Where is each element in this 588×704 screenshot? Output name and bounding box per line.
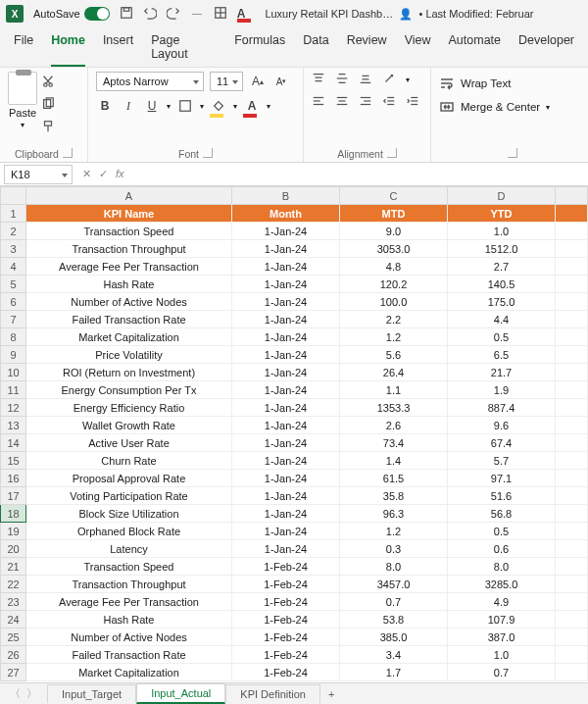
cell[interactable]: 4.9	[448, 593, 556, 611]
cell[interactable]: Transaction Throughput	[26, 240, 232, 258]
cell[interactable]: 100.0	[340, 293, 448, 311]
autosave-toggle[interactable]: AutoSave	[33, 7, 110, 21]
bold-button[interactable]: B	[96, 97, 114, 115]
launcher-icon[interactable]	[63, 148, 73, 158]
cell[interactable]: 6.5	[448, 346, 556, 364]
cell[interactable]: 9.6	[448, 417, 556, 434]
cell[interactable]: 4.4	[448, 311, 556, 328]
cell[interactable]: Latency	[26, 540, 232, 558]
cell[interactable]: 3457.0	[340, 576, 448, 593]
cell[interactable]	[556, 540, 588, 558]
tab-view[interactable]: View	[405, 31, 431, 67]
align-top-icon[interactable]	[312, 72, 325, 88]
cell[interactable]: 2.2	[340, 311, 448, 328]
cell[interactable]: 1-Jan-24	[232, 417, 340, 434]
select-all-corner[interactable]	[1, 187, 26, 205]
decrease-font-icon[interactable]: A▾	[272, 73, 290, 90]
row-header[interactable]: 4	[1, 258, 26, 276]
row-header[interactable]: 12	[1, 399, 26, 417]
col-header-d[interactable]: D	[448, 187, 556, 205]
cell[interactable]: Month	[232, 205, 340, 223]
cell[interactable]: 1-Feb-24	[232, 629, 340, 646]
row-header[interactable]: 10	[1, 364, 26, 381]
align-right-icon[interactable]	[359, 94, 372, 111]
merge-center-button[interactable]: Merge & Center ▾	[439, 99, 580, 115]
launcher-icon[interactable]	[203, 148, 213, 158]
chevron-down-icon[interactable]: ▾	[233, 102, 237, 111]
cell[interactable]: Number of Active Nodes	[26, 293, 232, 311]
row-header[interactable]: 13	[1, 417, 26, 434]
cell[interactable]: KPI Name	[26, 205, 232, 223]
cell[interactable]: 1-Jan-24	[232, 223, 340, 240]
cell[interactable]: Transaction Throughput	[26, 576, 232, 593]
cell[interactable]	[556, 487, 588, 505]
cell[interactable]: 1-Jan-24	[232, 470, 340, 487]
cell[interactable]: Market Capitalization	[26, 328, 232, 346]
cell[interactable]: 1353.3	[340, 399, 448, 417]
row-header[interactable]: 20	[1, 540, 26, 558]
cell[interactable]: 1-Jan-24	[232, 311, 340, 328]
cell[interactable]: 385.0	[340, 629, 448, 646]
cell[interactable]: 120.2	[340, 276, 448, 293]
row-header[interactable]: 15	[1, 452, 26, 470]
cell[interactable]: 5.7	[448, 452, 556, 470]
cell[interactable]: Energy Efficiency Ratio	[26, 399, 232, 417]
cell[interactable]: Transaction Speed	[26, 223, 232, 240]
cell[interactable]: 1.2	[340, 328, 448, 346]
font-color-icon[interactable]: A	[237, 7, 246, 21]
redo-icon[interactable]	[167, 6, 180, 23]
cell[interactable]: 1-Feb-24	[232, 664, 340, 681]
undo-icon[interactable]	[143, 6, 157, 23]
launcher-icon[interactable]	[508, 148, 517, 158]
cell[interactable]	[556, 611, 588, 629]
cell[interactable]: 1-Jan-24	[232, 487, 340, 505]
row-header[interactable]: 8	[1, 328, 26, 346]
sheet-tab-input-target[interactable]: Input_Target	[47, 684, 136, 703]
cell[interactable]: Wallet Growth Rate	[26, 417, 232, 434]
cell[interactable]	[556, 293, 588, 311]
cell[interactable]	[556, 240, 588, 258]
align-center-icon[interactable]	[335, 94, 349, 111]
cell[interactable]: 9.0	[340, 223, 448, 240]
cell[interactable]: 61.5	[340, 470, 448, 487]
copy-icon[interactable]	[41, 97, 55, 114]
row-header[interactable]: 17	[1, 487, 26, 505]
cell[interactable]	[556, 417, 588, 434]
tab-review[interactable]: Review	[347, 31, 387, 67]
cell[interactable]: YTD	[448, 205, 556, 223]
cell[interactable]: Price Volatility	[26, 346, 232, 364]
cell[interactable]: 1-Jan-24	[232, 328, 340, 346]
cell[interactable]	[556, 311, 588, 328]
tab-home[interactable]: Home	[51, 31, 85, 67]
tab-prev-icon[interactable]: 〈	[10, 686, 21, 701]
cell[interactable]: 1-Jan-24	[232, 258, 340, 276]
cell[interactable]: 26.4	[340, 364, 448, 381]
cell[interactable]: Market Capitalization	[26, 664, 232, 681]
align-bottom-icon[interactable]	[359, 72, 372, 88]
cell[interactable]: Failed Transaction Rate	[26, 311, 232, 328]
cell[interactable]: 56.8	[448, 505, 556, 523]
cell[interactable]: 107.9	[448, 611, 556, 629]
cell[interactable]: 3.4	[340, 646, 448, 664]
name-box[interactable]: K18	[4, 165, 73, 184]
cell[interactable]: 96.3	[340, 505, 448, 523]
cell[interactable]: 0.7	[340, 593, 448, 611]
cell[interactable]: 0.5	[448, 328, 556, 346]
underline-button[interactable]: U	[143, 97, 161, 115]
font-name-combo[interactable]: Aptos Narrow	[96, 72, 204, 91]
cell[interactable]	[556, 664, 588, 681]
cell[interactable]: 1-Jan-24	[232, 452, 340, 470]
sheet-tab-kpi-definition[interactable]: KPI Definition	[225, 684, 320, 703]
decrease-indent-icon[interactable]	[382, 94, 396, 111]
row-header[interactable]: 3	[1, 240, 26, 258]
cell[interactable]: Number of Active Nodes	[26, 629, 232, 646]
cell[interactable]	[556, 576, 588, 593]
cell[interactable]: ROI (Return on Investment)	[26, 364, 232, 381]
formula-input[interactable]	[130, 165, 588, 184]
row-header[interactable]: 7	[1, 311, 26, 328]
cell[interactable]: 1-Jan-24	[232, 505, 340, 523]
cell[interactable]: 1-Feb-24	[232, 558, 340, 576]
cell[interactable]	[556, 505, 588, 523]
cell[interactable]: 8.0	[448, 558, 556, 576]
row-header[interactable]: 22	[1, 576, 26, 593]
